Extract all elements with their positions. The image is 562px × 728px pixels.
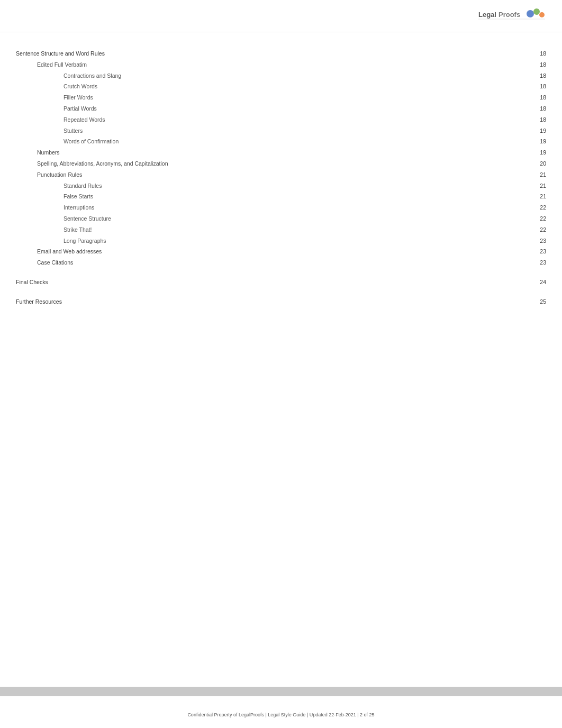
toc-entry: Long Paragraphs23: [16, 235, 546, 247]
toc-entry: Stutters19: [16, 125, 546, 136]
toc-entry-page: 18: [536, 104, 546, 113]
toc-entry-title: Repeated Words: [16, 115, 530, 124]
toc-entry: Partial Words18: [16, 103, 546, 114]
toc-entry-title: Further Resources: [16, 297, 530, 306]
toc-entry-page: 19: [536, 148, 546, 157]
header: Legal Proofs: [0, 0, 562, 32]
toc-entry-page: 22: [536, 214, 546, 223]
toc-entry-title: Crutch Words: [16, 82, 530, 91]
toc-entry-page: 23: [536, 247, 546, 256]
toc-entry-page: 23: [536, 258, 546, 267]
toc-entry-page: 21: [536, 170, 546, 179]
svg-point-2: [527, 10, 534, 17]
toc-entry: Words of Confirmation19: [16, 136, 546, 147]
toc-entry-title: Numbers: [16, 148, 530, 157]
toc-entry: Spelling, Abbreviations, Acronyms, and C…: [16, 158, 546, 169]
toc-entry-title: Spelling, Abbreviations, Acronyms, and C…: [16, 159, 530, 168]
toc-entry: Interruptions22: [16, 202, 546, 213]
toc-entry-title: Sentence Structure: [16, 214, 530, 223]
toc-entry: Sentence Structure and Word Rules18: [16, 48, 546, 59]
footer-text: Confidential Property of LegalProofs | L…: [0, 712, 562, 717]
page-container: Legal Proofs Sentence Structure and Word…: [0, 0, 562, 728]
toc-entry: False Starts21: [16, 191, 546, 202]
toc-entry: Further Resources25: [16, 296, 546, 307]
footer-bar: [0, 687, 562, 696]
toc-entry-page: 21: [536, 181, 546, 190]
toc-entry: Crutch Words18: [16, 81, 546, 92]
svg-text:Legal: Legal: [478, 11, 496, 19]
toc-entry-page: 25: [536, 297, 546, 306]
toc-entry-title: Edited Full Verbatim: [16, 60, 530, 69]
logo-icon: Legal Proofs: [477, 5, 546, 26]
toc-entry-page: 18: [536, 82, 546, 91]
toc-entry-title: Case Citations: [16, 258, 530, 267]
toc-entry: Punctuation Rules21: [16, 169, 546, 180]
toc-entry: Case Citations23: [16, 257, 546, 268]
toc-entry-title: Stutters: [16, 126, 530, 135]
toc-entry-title: Long Paragraphs: [16, 236, 530, 245]
logo-area: Legal Proofs: [477, 5, 546, 26]
toc-entry: Edited Full Verbatim18: [16, 59, 546, 70]
toc-entry-title: Sentence Structure and Word Rules: [16, 49, 530, 58]
toc-gap: [16, 288, 546, 296]
toc-entry-page: 23: [536, 236, 546, 245]
toc-entry-title: Partial Words: [16, 104, 530, 113]
svg-point-4: [539, 12, 545, 17]
toc-entry-title: Standard Rules: [16, 181, 530, 190]
toc-entry-page: 18: [536, 71, 546, 80]
toc-entry: Email and Web addresses23: [16, 246, 546, 257]
toc-entry-page: 24: [536, 278, 546, 287]
toc-entry: Numbers19: [16, 147, 546, 158]
toc-content: Sentence Structure and Word Rules18Edite…: [0, 32, 562, 323]
toc-entry: Strike That!22: [16, 224, 546, 235]
toc-gap: [16, 268, 546, 277]
svg-point-3: [533, 8, 540, 15]
toc-entry-page: 20: [536, 159, 546, 168]
toc-entry: Contractions and Slang18: [16, 70, 546, 81]
toc-entry-title: Final Checks: [16, 278, 530, 287]
toc-entry-page: 18: [536, 93, 546, 102]
toc-entry-title: Filler Words: [16, 93, 530, 102]
toc-entry-page: 22: [536, 203, 546, 212]
toc-entry-title: Email and Web addresses: [16, 247, 530, 256]
toc-entry-title: Contractions and Slang: [16, 71, 530, 80]
toc-entry-page: 22: [536, 225, 546, 234]
toc-entry: Final Checks24: [16, 277, 546, 288]
toc-entry-title: Words of Confirmation: [16, 137, 530, 146]
toc-entry-title: Interruptions: [16, 203, 530, 212]
toc-entry-page: 18: [536, 60, 546, 69]
toc-entry-page: 18: [536, 49, 546, 58]
toc-entry: Sentence Structure22: [16, 213, 546, 224]
toc-entry-title: Punctuation Rules: [16, 170, 530, 179]
toc-entry: Repeated Words18: [16, 114, 546, 125]
toc-entry: Standard Rules21: [16, 180, 546, 192]
toc-entry-title: False Starts: [16, 192, 530, 201]
toc-entry: Filler Words18: [16, 92, 546, 103]
toc-entry-page: 19: [536, 137, 546, 146]
toc-entry-page: 19: [536, 126, 546, 135]
toc-entry-title: Strike That!: [16, 225, 530, 234]
toc-entry-page: 18: [536, 115, 546, 124]
svg-text:Proofs: Proofs: [498, 11, 520, 19]
toc-entry-page: 21: [536, 192, 546, 201]
